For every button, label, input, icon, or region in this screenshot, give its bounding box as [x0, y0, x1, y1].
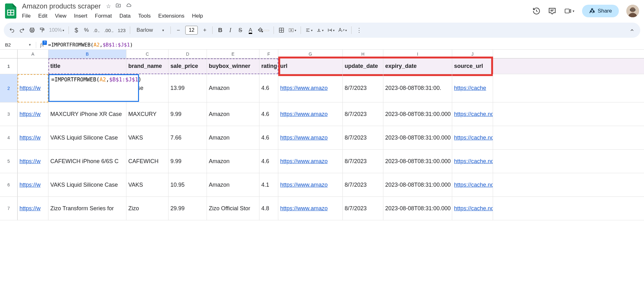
- cell-F2[interactable]: 4.6: [259, 74, 278, 102]
- link[interactable]: https://cache.nd: [454, 135, 493, 141]
- cell-C3[interactable]: MAXCURY: [126, 102, 169, 126]
- more-formats-button[interactable]: 123: [116, 25, 127, 35]
- cell-E6[interactable]: Amazon: [207, 173, 259, 196]
- sheets-logo-icon[interactable]: [4, 4, 18, 18]
- borders-button[interactable]: [277, 25, 286, 35]
- cell-J4[interactable]: https://cache.nd: [452, 126, 493, 149]
- link[interactable]: https://w: [19, 205, 41, 212]
- cell-F4[interactable]: 4.6: [259, 126, 278, 149]
- cell-B6[interactable]: VAKS Liquid Silicone Case: [48, 173, 126, 196]
- cell-editor[interactable]: =IMPORTFROMWEB(A2,$B$1:$J$1): [48, 74, 139, 102]
- cell-I3[interactable]: 2023-08-08T08:31:00.000: [383, 102, 452, 126]
- spreadsheet-grid[interactable]: A B C D E F G H I J 1 title brand_name s…: [0, 50, 644, 220]
- percent-button[interactable]: %: [82, 25, 91, 35]
- cell-H2[interactable]: 8/7/2023: [343, 74, 383, 102]
- cell-G1[interactable]: url: [278, 58, 343, 74]
- cell-H1[interactable]: update_date: [343, 58, 383, 74]
- cell-B7[interactable]: Zizo Transform Series for: [48, 197, 126, 220]
- cell-A3[interactable]: https://w: [18, 102, 48, 126]
- col-header-F[interactable]: F: [259, 50, 278, 58]
- cell-E5[interactable]: Amazon: [207, 150, 259, 173]
- cell-G7[interactable]: https://www.amazo: [278, 197, 343, 220]
- cell-E2[interactable]: Amazon: [207, 74, 259, 102]
- meet-icon[interactable]: ▾: [564, 8, 575, 14]
- link[interactable]: https://w: [19, 158, 41, 165]
- cell-I5[interactable]: 2023-08-08T08:31:00.000: [383, 150, 452, 173]
- col-header-D[interactable]: D: [169, 50, 207, 58]
- decrease-decimal-button[interactable]: .0←: [92, 25, 102, 35]
- cell-J2[interactable]: https://cache: [452, 74, 493, 102]
- link[interactable]: https://cache: [454, 85, 486, 91]
- undo-button[interactable]: [8, 25, 16, 35]
- cell-D2[interactable]: 13.99: [169, 74, 207, 102]
- cell-D3[interactable]: 9.99: [169, 102, 207, 126]
- cell-D7[interactable]: 29.99: [169, 197, 207, 220]
- col-header-E[interactable]: E: [207, 50, 259, 58]
- menu-extensions[interactable]: Extensions: [155, 12, 187, 20]
- col-header-I[interactable]: I: [383, 50, 452, 58]
- cell-E3[interactable]: Amazon: [207, 102, 259, 126]
- formula-input[interactable]: =IMPORTFROMWEB(A2,$B$1:$J$1): [46, 42, 133, 48]
- link[interactable]: https://www.amazo: [280, 205, 328, 212]
- bold-button[interactable]: B: [216, 25, 225, 35]
- cell-G2[interactable]: https://www.amazo: [278, 74, 343, 102]
- cell-J1[interactable]: source_url: [452, 58, 493, 74]
- row-header-2[interactable]: 2: [0, 74, 18, 102]
- cell-G5[interactable]: https://www.amazo: [278, 150, 343, 173]
- cell-D5[interactable]: 9.99: [169, 150, 207, 173]
- row-header-7[interactable]: 7: [0, 197, 18, 220]
- menu-tools[interactable]: Tools: [135, 12, 154, 20]
- cell-F6[interactable]: 4.1: [259, 173, 278, 196]
- share-button[interactable]: Share: [582, 5, 619, 17]
- link[interactable]: https://w: [19, 85, 41, 91]
- col-header-B[interactable]: B: [48, 50, 126, 58]
- menu-format[interactable]: Format: [92, 12, 115, 20]
- cell-G3[interactable]: https://www.amazo: [278, 102, 343, 126]
- cell-A2[interactable]: https://w: [18, 74, 48, 102]
- link[interactable]: https://www.amazo: [280, 85, 328, 91]
- row-header-1[interactable]: 1: [0, 58, 18, 74]
- print-button[interactable]: [28, 25, 36, 35]
- cell-D6[interactable]: 10.95: [169, 173, 207, 196]
- cell-E4[interactable]: Amazon: [207, 126, 259, 149]
- cell-D4[interactable]: 7.66: [169, 126, 207, 149]
- row-header-5[interactable]: 5: [0, 150, 18, 173]
- row-header-3[interactable]: 3: [0, 102, 18, 126]
- increase-decimal-button[interactable]: .00→: [103, 25, 115, 35]
- redo-button[interactable]: [18, 25, 26, 35]
- font-size-input[interactable]: [185, 26, 198, 35]
- cell-I4[interactable]: 2023-08-08T08:31:00.000: [383, 126, 452, 149]
- select-all-corner[interactable]: [0, 50, 18, 58]
- italic-button[interactable]: I: [226, 25, 235, 35]
- link[interactable]: https://www.amazo: [280, 135, 328, 141]
- collapse-toolbar-button[interactable]: [628, 25, 636, 35]
- menu-data[interactable]: Data: [116, 12, 134, 20]
- cell-I7[interactable]: 2023-08-08T08:31:00.000: [383, 197, 452, 220]
- merge-button[interactable]: [287, 25, 297, 35]
- col-header-A[interactable]: A: [18, 50, 48, 58]
- cell-H6[interactable]: 8/7/2023: [343, 173, 383, 196]
- cell-A1[interactable]: [18, 58, 48, 74]
- link[interactable]: https://w: [19, 135, 41, 141]
- cell-I6[interactable]: 2023-08-08T08:31:00.000: [383, 173, 452, 196]
- cell-F1[interactable]: rating: [259, 58, 278, 74]
- document-title[interactable]: Amazon products scraper: [20, 2, 103, 11]
- cloud-icon[interactable]: [125, 3, 132, 10]
- font-select[interactable]: Barlow▾: [133, 27, 167, 33]
- cell-H7[interactable]: 8/7/2023: [343, 197, 383, 220]
- cell-B3[interactable]: MAXCURY iPhone XR Case: [48, 102, 126, 126]
- link[interactable]: https://www.amazo: [280, 182, 328, 188]
- cell-C4[interactable]: VAKS: [126, 126, 169, 149]
- link[interactable]: https://w: [19, 111, 41, 118]
- cell-F5[interactable]: 4.6: [259, 150, 278, 173]
- menu-edit[interactable]: Edit: [35, 12, 50, 20]
- cell-G4[interactable]: https://www.amazo: [278, 126, 343, 149]
- cell-A4[interactable]: https://w: [18, 126, 48, 149]
- comment-icon[interactable]: [548, 7, 556, 15]
- cell-A6[interactable]: https://w: [18, 173, 48, 196]
- cell-F3[interactable]: 4.6: [259, 102, 278, 126]
- cell-B5[interactable]: CAFEWICH iPhone 6/6S C: [48, 150, 126, 173]
- move-icon[interactable]: [115, 3, 121, 10]
- col-header-G[interactable]: G: [278, 50, 343, 58]
- cell-F7[interactable]: 4.8: [259, 197, 278, 220]
